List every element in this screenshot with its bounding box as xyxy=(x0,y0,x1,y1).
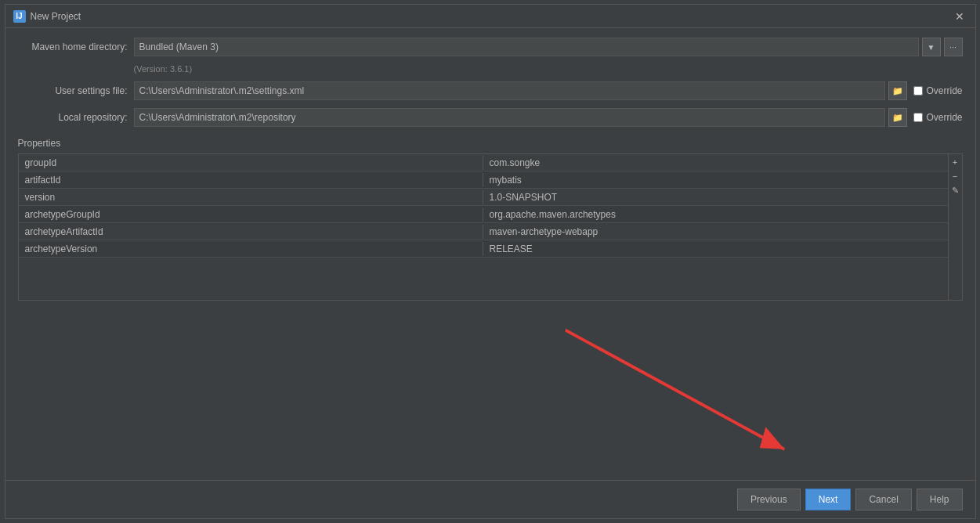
table-row[interactable]: archetypeArtifactIdmaven-archetype-webap… xyxy=(19,223,948,240)
dialog-content: Maven home directory: ▼ ··· (Version: 3.… xyxy=(5,28,975,480)
previous-button[interactable]: Previous xyxy=(737,489,801,510)
prop-value: 1.0-SNAPSHOT xyxy=(483,190,948,204)
remove-property-btn[interactable]: − xyxy=(949,170,961,182)
maven-home-label: Maven home directory: xyxy=(18,41,128,52)
table-row[interactable]: archetypeGroupIdorg.apache.maven.archety… xyxy=(19,206,948,223)
app-icon: IJ xyxy=(13,10,26,23)
maven-home-dropdown-btn[interactable]: ▼ xyxy=(922,38,941,56)
local-repo-browse-btn[interactable]: 📁 xyxy=(888,108,907,127)
edit-property-btn[interactable]: ✎ xyxy=(949,184,961,197)
local-repo-input[interactable] xyxy=(134,108,886,127)
local-repo-label: Local repository: xyxy=(18,112,128,123)
maven-home-row: Maven home directory: ▼ ··· xyxy=(18,38,963,56)
add-property-btn[interactable]: + xyxy=(949,156,961,168)
prop-key: artifactId xyxy=(19,173,483,187)
new-project-dialog: IJ New Project ✕ Maven home directory: ▼… xyxy=(5,4,976,519)
close-button[interactable]: ✕ xyxy=(952,9,967,24)
table-row[interactable]: artifactIdmybatis xyxy=(19,171,948,189)
maven-home-input-container: ▼ ··· xyxy=(134,38,963,56)
table-row[interactable]: archetypeVersionRELEASE xyxy=(19,240,948,258)
user-settings-override-checkbox[interactable] xyxy=(913,86,923,96)
table-row[interactable]: groupIdcom.songke xyxy=(19,154,948,171)
prop-key: archetypeGroupId xyxy=(19,207,483,222)
next-button[interactable]: Next xyxy=(805,489,852,510)
maven-version-text: (Version: 3.6.1) xyxy=(134,64,963,74)
maven-home-more-btn[interactable]: ··· xyxy=(944,38,963,56)
prop-value: org.apache.maven.archetypes xyxy=(483,207,948,222)
user-settings-label: User settings file: xyxy=(18,85,128,96)
prop-key: groupId xyxy=(19,156,483,170)
window-title: New Project xyxy=(31,11,81,22)
prop-key: archetypeVersion xyxy=(19,242,483,256)
user-settings-override-label: Override xyxy=(926,85,962,96)
user-settings-override-container: Override xyxy=(913,85,962,96)
properties-table-wrapper: groupIdcom.songkeartifactIdmybatisversio… xyxy=(18,153,963,301)
properties-section: Properties groupIdcom.songkeartifactIdmy… xyxy=(18,138,963,301)
properties-header: Properties xyxy=(18,138,963,150)
title-bar-left: IJ New Project xyxy=(13,10,81,23)
title-bar: IJ New Project ✕ xyxy=(5,5,975,28)
help-button[interactable]: Help xyxy=(917,489,963,510)
cancel-button[interactable]: Cancel xyxy=(855,489,911,510)
prop-value: mybatis xyxy=(483,173,948,187)
user-settings-input[interactable] xyxy=(134,81,886,100)
local-repo-override-label: Override xyxy=(926,112,962,123)
properties-table: groupIdcom.songkeartifactIdmybatisversio… xyxy=(19,154,948,300)
user-settings-browse-btn[interactable]: 📁 xyxy=(888,81,907,100)
maven-home-input[interactable] xyxy=(134,38,919,56)
prop-value: maven-archetype-webapp xyxy=(483,225,948,239)
properties-sidebar: + − ✎ xyxy=(948,154,962,300)
prop-value: com.songke xyxy=(483,156,948,170)
arrow-annotation xyxy=(18,308,963,471)
local-repo-row: Local repository: 📁 Override xyxy=(18,108,963,127)
bottom-bar: Previous Next Cancel Help xyxy=(5,480,975,518)
svg-line-1 xyxy=(565,330,784,449)
local-repo-input-container: 📁 xyxy=(134,108,908,127)
prop-key: archetypeArtifactId xyxy=(19,225,483,239)
prop-key: version xyxy=(19,190,483,204)
local-repo-override-checkbox[interactable] xyxy=(913,113,923,122)
table-row[interactable]: version1.0-SNAPSHOT xyxy=(19,189,948,206)
user-settings-row: User settings file: 📁 Override xyxy=(18,81,963,100)
local-repo-override-container: Override xyxy=(913,112,962,123)
arrow-area xyxy=(18,308,963,471)
user-settings-input-container: 📁 xyxy=(134,81,908,100)
prop-value: RELEASE xyxy=(483,242,948,256)
